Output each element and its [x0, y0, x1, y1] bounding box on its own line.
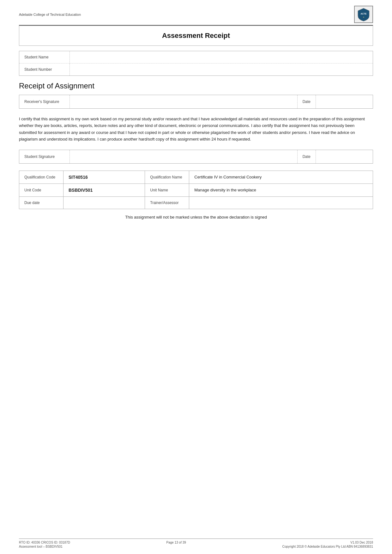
page-title: Assessment Receipt	[19, 32, 373, 40]
student-info-table: Student Name Student Number	[19, 51, 373, 76]
student-name-row: Student Name	[19, 51, 373, 63]
unit-row: Unit Code BSBDIV501 Unit Name Manage div…	[19, 184, 373, 196]
due-date-row: Due date Trainer/Assessor	[19, 196, 373, 209]
section-heading: Receipt of Assignment	[19, 81, 373, 90]
trainer-value	[189, 196, 373, 209]
due-date-value	[63, 196, 145, 209]
footer-version: V1.03 Dec 2018	[282, 541, 373, 544]
footer-center: Page 13 of 39	[166, 541, 186, 548]
student-name-label: Student Name	[19, 51, 70, 63]
footer-page: Page 13 of 39	[166, 541, 186, 544]
student-number-value	[70, 63, 373, 76]
unit-name-label: Unit Name	[145, 184, 189, 196]
receiver-signature-row: Receiver's Signature Date	[19, 95, 373, 109]
page-footer: RTO ID: 40336 CRICOS ID: 03187D Assessme…	[19, 539, 373, 548]
qual-code-label: Qualification Code	[19, 171, 63, 184]
student-number-row: Student Number	[19, 63, 373, 76]
logo: ACTE ★	[354, 6, 373, 23]
trainer-label: Trainer/Assessor	[145, 196, 189, 209]
student-signature-label: Student Signature	[19, 150, 70, 163]
footer-assessment-tool: Assessment tool – BSBDIV501	[19, 545, 70, 548]
title-box: Assessment Receipt	[19, 26, 373, 46]
footer-note: This assignment will not be marked unles…	[19, 215, 373, 220]
qual-name-value: Certificate IV in Commercial Cookery	[189, 171, 373, 184]
declaration-text: I certify that this assignment is my own…	[19, 116, 373, 143]
date-value-student	[316, 150, 373, 163]
date-label-student: Date	[298, 150, 316, 163]
student-number-label: Student Number	[19, 63, 70, 76]
date-value-receiver	[316, 95, 373, 108]
footer-right: V1.03 Dec 2018 Copyright 2018 © Adelaide…	[282, 541, 373, 548]
svg-text:ACTE: ACTE	[360, 13, 366, 15]
unit-name-value: Manage diversity in the workplace	[189, 184, 373, 196]
receiver-signature-value	[70, 95, 298, 108]
org-name: Adelaide College of Technical Education	[19, 13, 81, 16]
unit-code-label: Unit Code	[19, 184, 63, 196]
qualification-table: Qualification Code SIT40516 Qualificatio…	[19, 171, 373, 209]
footer-left: RTO ID: 40336 CRICOS ID: 03187D Assessme…	[19, 541, 70, 548]
qual-name-label: Qualification Name	[145, 171, 189, 184]
unit-code-value: BSBDIV501	[63, 184, 145, 196]
date-label-receiver: Date	[298, 95, 316, 108]
receiver-signature-label: Receiver's Signature	[19, 95, 70, 108]
qual-code-value: SIT40516	[63, 171, 145, 184]
student-name-value	[70, 51, 373, 63]
footer-rto: RTO ID: 40336 CRICOS ID: 03187D	[19, 541, 70, 544]
qualification-row: Qualification Code SIT40516 Qualificatio…	[19, 171, 373, 184]
due-date-label: Due date	[19, 196, 63, 209]
student-signature-value	[70, 150, 298, 163]
footer-copyright: Copyright 2018 © Adelaide Educators Pty …	[282, 545, 373, 548]
student-signature-row: Student Signature Date	[19, 150, 373, 164]
